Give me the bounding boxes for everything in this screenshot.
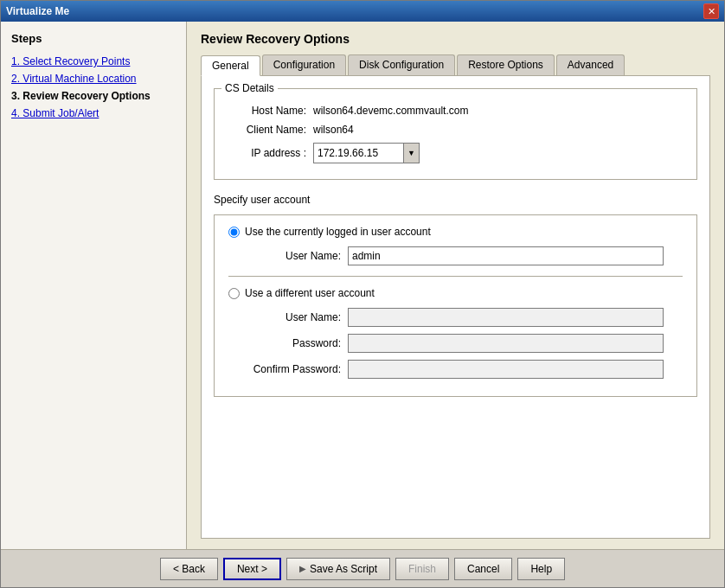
diff-username-row: User Name: (244, 308, 683, 327)
cs-details-group: CS Details Host Name: wilson64.devemc.co… (214, 88, 697, 180)
save-script-icon: ▶ (299, 564, 306, 573)
save-as-script-button[interactable]: ▶ Save As Script (286, 558, 390, 580)
radio-current-user-label: Use the currently logged in user account (245, 226, 431, 238)
step1-link[interactable]: 1. Select Recovery Points (11, 55, 130, 67)
sidebar-item-step4[interactable]: 4. Submit Job/Alert (11, 107, 176, 119)
back-button[interactable]: < Back (160, 558, 218, 580)
diff-username-label: User Name: (244, 311, 348, 323)
radio-current-user[interactable] (228, 227, 240, 238)
cancel-button-label: Cancel (467, 563, 499, 575)
save-as-script-label: Save As Script (310, 563, 377, 575)
password-label: Password: (244, 337, 348, 349)
step3-label: 3. Review Recovery Options (11, 90, 151, 102)
user-account-section-title: Specify user account (214, 194, 697, 206)
ip-address-wrapper: ▼ (313, 143, 420, 163)
current-username-row: User Name: (244, 246, 683, 265)
confirm-password-row: Confirm Password: (244, 360, 683, 379)
radio-different-user-label: Use a different user account (245, 287, 375, 299)
sidebar-item-step3: 3. Review Recovery Options (11, 90, 176, 102)
sidebar-item-step2[interactable]: 2. Virtual Machine Location (11, 73, 176, 85)
tab-configuration[interactable]: Configuration (262, 54, 346, 75)
diff-username-input[interactable] (348, 308, 664, 327)
page-title: Review Recovery Options (201, 32, 710, 46)
tab-disk-configuration[interactable]: Disk Configuration (348, 54, 455, 75)
host-name-label: Host Name: (227, 105, 313, 117)
step4-link[interactable]: 4. Submit Job/Alert (11, 107, 99, 119)
confirm-password-label: Confirm Password: (244, 363, 348, 375)
current-username-input[interactable] (348, 246, 664, 265)
next-button[interactable]: Next > (223, 558, 281, 580)
radio-different-user-row: Use a different user account (228, 287, 683, 299)
sidebar-title: Steps (11, 32, 176, 45)
host-name-row: Host Name: wilson64.devemc.commvault.com (227, 105, 684, 117)
next-button-label: Next > (237, 563, 267, 575)
radio-different-user[interactable] (228, 288, 240, 299)
tab-content-general: CS Details Host Name: wilson64.devemc.co… (201, 76, 710, 539)
password-input[interactable] (348, 334, 664, 353)
client-name-row: Client Name: wilson64 (227, 124, 684, 136)
user-account-section: Use the currently logged in user account… (214, 214, 697, 397)
host-name-value: wilson64.devemc.commvault.com (313, 105, 468, 117)
main-content: Steps 1. Select Recovery Points 2. Virtu… (1, 22, 724, 549)
divider (228, 276, 683, 277)
cs-details-title: CS Details (221, 82, 278, 94)
client-name-value: wilson64 (313, 124, 354, 136)
ip-address-label: IP address : (227, 147, 313, 159)
window-body: Steps 1. Select Recovery Points 2. Virtu… (1, 22, 724, 587)
finish-button-label: Finish (408, 563, 436, 575)
title-bar: Virtualize Me ✕ (1, 1, 724, 22)
bottom-bar: < Back Next > ▶ Save As Script Finish Ca… (1, 549, 724, 587)
tab-advanced[interactable]: Advanced (556, 54, 625, 75)
step2-link[interactable]: 2. Virtual Machine Location (11, 73, 137, 85)
ip-address-input[interactable] (314, 145, 403, 161)
tab-restore-options[interactable]: Restore Options (457, 54, 555, 75)
help-button[interactable]: Help (517, 558, 565, 580)
main-window: Virtualize Me ✕ Steps 1. Select Recovery… (0, 0, 725, 588)
back-button-label: < Back (173, 563, 205, 575)
tab-general[interactable]: General (201, 55, 260, 76)
ip-dropdown-arrow[interactable]: ▼ (403, 144, 419, 163)
current-username-label: User Name: (244, 250, 348, 262)
tab-strip: General Configuration Disk Configuration… (201, 54, 710, 76)
confirm-password-input[interactable] (348, 360, 664, 379)
content-area: Review Recovery Options General Configur… (187, 22, 724, 549)
radio-current-user-row: Use the currently logged in user account (228, 226, 683, 238)
cancel-button[interactable]: Cancel (454, 558, 512, 580)
sidebar-item-step1[interactable]: 1. Select Recovery Points (11, 55, 176, 67)
help-button-label: Help (530, 563, 552, 575)
finish-button[interactable]: Finish (395, 558, 449, 580)
client-name-label: Client Name: (227, 124, 313, 136)
ip-address-row: IP address : ▼ (227, 143, 684, 163)
sidebar: Steps 1. Select Recovery Points 2. Virtu… (1, 22, 187, 549)
close-button[interactable]: ✕ (703, 3, 719, 19)
password-row: Password: (244, 334, 683, 353)
window-title: Virtualize Me (6, 5, 69, 17)
